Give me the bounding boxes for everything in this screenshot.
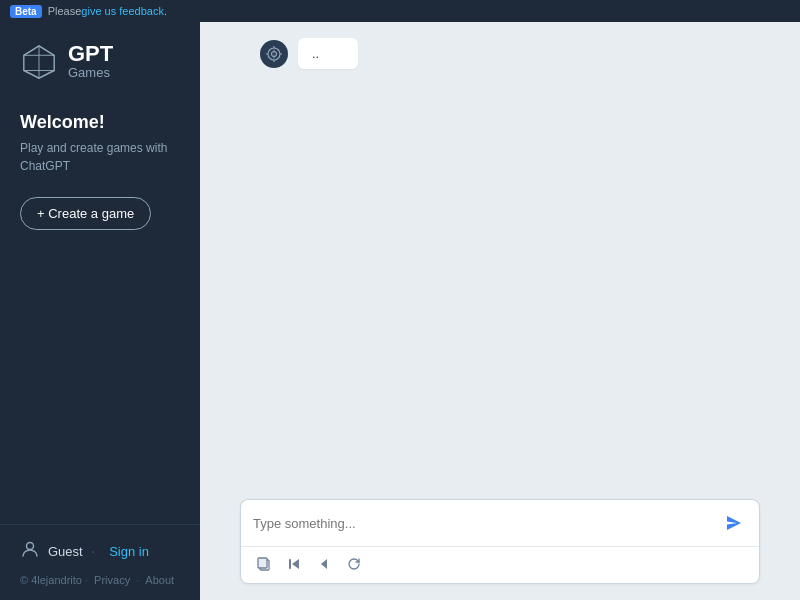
create-game-button[interactable]: + Create a game <box>20 197 151 230</box>
chat-area: .. <box>200 22 800 499</box>
svg-marker-15 <box>273 48 275 54</box>
message-icon <box>260 40 288 68</box>
back-button[interactable] <box>313 553 335 575</box>
feedback-link[interactable]: give us feedback <box>81 5 164 17</box>
logo-games: Games <box>68 66 113 80</box>
input-box <box>240 499 760 584</box>
copy-button[interactable] <box>253 553 275 575</box>
logo-icon <box>20 42 58 80</box>
svg-line-7 <box>39 71 54 79</box>
svg-marker-16 <box>273 54 275 60</box>
main-content: .. <box>200 22 800 600</box>
user-name: Guest <box>48 544 83 559</box>
user-row: Guest · Sign in <box>20 539 180 564</box>
input-area <box>200 499 800 600</box>
welcome-text: Play and create games with ChatGPT <box>20 139 180 175</box>
svg-rect-20 <box>289 559 291 569</box>
input-row <box>241 500 759 546</box>
sidebar-welcome: Welcome! Play and create games with Chat… <box>0 96 200 183</box>
svg-line-5 <box>39 46 54 56</box>
message-bubble: .. <box>298 38 358 69</box>
message-row: .. <box>260 38 740 69</box>
chat-input[interactable] <box>253 516 721 531</box>
svg-rect-18 <box>258 558 267 568</box>
svg-point-8 <box>27 543 34 550</box>
welcome-heading: Welcome! <box>20 112 180 133</box>
sidebar-footer: Guest · Sign in © 4lejandrito · Privacy … <box>0 524 200 600</box>
copyright: © 4lejandrito <box>20 574 82 586</box>
toolbar-row <box>241 546 759 583</box>
sidebar: GPT Games Welcome! Play and create games… <box>0 22 200 600</box>
beta-badge: Beta <box>10 5 42 18</box>
skip-back-button[interactable] <box>283 553 305 575</box>
logo-text: GPT Games <box>68 42 113 80</box>
about-link[interactable]: About <box>145 574 174 586</box>
user-avatar-icon <box>20 539 40 564</box>
svg-line-4 <box>24 46 39 56</box>
separator: · <box>91 543 95 561</box>
refresh-button[interactable] <box>343 553 365 575</box>
privacy-link[interactable]: Privacy <box>94 574 130 586</box>
send-button[interactable] <box>721 510 747 536</box>
footer-links: © 4lejandrito · Privacy · About <box>20 574 180 586</box>
svg-line-6 <box>24 71 39 79</box>
beta-text-after: . <box>164 5 167 17</box>
sidebar-logo: GPT Games <box>0 22 200 96</box>
svg-marker-19 <box>292 559 299 569</box>
logo-gpt: GPT <box>68 42 113 66</box>
beta-bar: Beta Please give us feedback . <box>0 0 800 22</box>
beta-text: Please <box>48 5 82 17</box>
svg-marker-21 <box>321 559 327 569</box>
sign-in-link[interactable]: Sign in <box>109 544 149 559</box>
